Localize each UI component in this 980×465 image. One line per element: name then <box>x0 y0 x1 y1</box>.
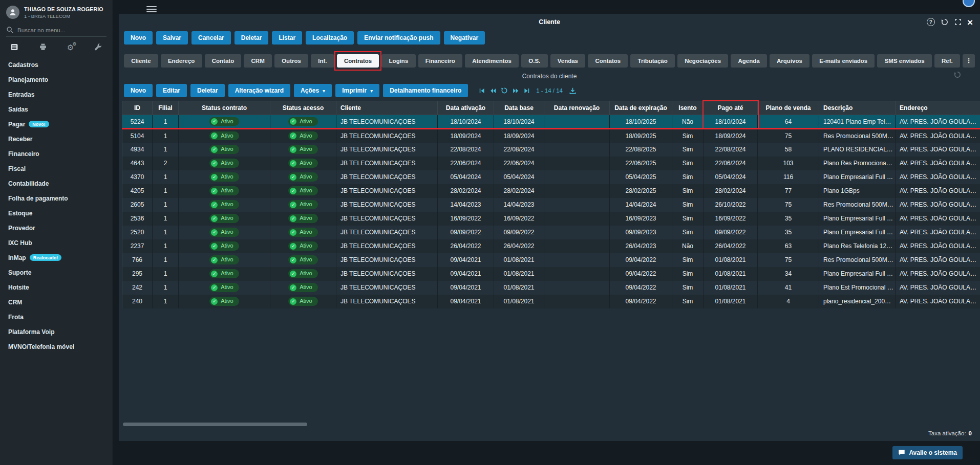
sidebar-item-receber[interactable]: Receber <box>0 131 113 146</box>
table-row[interactable]: 42051✓Ativo✓AtivoJB TELECOMUNICAÇOES28/0… <box>122 184 980 198</box>
toolbar-button-novo[interactable]: Novo <box>124 31 153 45</box>
sidebar-item-contabilidade[interactable]: Contabilidade <box>0 176 113 191</box>
sidebar-item-cadastros[interactable]: Cadastros <box>0 57 113 72</box>
sidebar-item-pagar[interactable]: PagarNovo! <box>0 117 113 131</box>
sidebar-item-estoque[interactable]: Estoque <box>0 206 113 220</box>
tab-logins[interactable]: Logins <box>381 54 415 68</box>
refresh-icon[interactable] <box>501 87 508 94</box>
toolbar-button-negativar[interactable]: Negativar <box>444 31 485 45</box>
table-row[interactable]: 51041✓Ativo✓AtivoJB TELECOMUNICAÇOES18/0… <box>122 129 980 143</box>
tab-arquivos[interactable]: Arquivos <box>770 54 809 68</box>
table-row[interactable]: 52241✓Ativo✓AtivoJB TELECOMUNICAÇOES18/1… <box>122 115 980 129</box>
sidebar-item-planejamento[interactable]: Planejamento <box>0 72 113 87</box>
printer-icon[interactable] <box>39 43 47 51</box>
column-header-id[interactable]: ID <box>122 101 153 115</box>
tab-agenda[interactable]: Agenda <box>731 54 767 68</box>
pagination-prev-button[interactable] <box>489 87 497 94</box>
table-row[interactable]: 49341✓Ativo✓AtivoJB TELECOMUNICAÇOES22/0… <box>122 143 980 157</box>
user-menu[interactable]: THIAGO DE SOUZA ROGERIO 1 - BRISA TELECO… <box>0 0 113 23</box>
download-icon[interactable] <box>569 87 577 95</box>
sidebar-item-entradas[interactable]: Entradas <box>0 87 113 102</box>
sidebar-item-hotsite[interactable]: Hotsite <box>0 280 113 295</box>
tab-endereco[interactable]: Endereço <box>161 54 202 68</box>
pagination-first-button[interactable] <box>479 87 485 94</box>
column-header-filial[interactable]: Filial <box>153 101 179 115</box>
toolbar-button-enviar-notificacao-push[interactable]: Enviar notificação push <box>357 31 440 45</box>
pagination-last-button[interactable] <box>523 87 530 94</box>
tab-tributacao[interactable]: Tributação <box>630 54 675 68</box>
toolbar-button-localizacao[interactable]: Localização <box>306 31 354 45</box>
close-icon[interactable]: × <box>967 17 973 27</box>
table-row[interactable]: 2421✓Ativo✓AtivoJB TELECOMUNICAÇOES09/04… <box>122 281 980 295</box>
sidebar-item-suporte[interactable]: Suporte <box>0 265 113 280</box>
more-tabs-button[interactable]: ⋮ <box>963 54 975 68</box>
column-header-data-renovacao[interactable]: Data renovação <box>544 101 610 115</box>
column-header-data-ativacao[interactable]: Data ativação <box>438 101 494 115</box>
tab-sms-enviados[interactable]: SMS enviados <box>877 54 931 68</box>
table-row[interactable]: 43701✓Ativo✓AtivoJB TELECOMUNICAÇOES05/0… <box>122 170 980 184</box>
grid-history-icon[interactable] <box>953 71 962 79</box>
sidebar-item-crm[interactable]: CRM <box>0 295 113 309</box>
column-header-status-acesso[interactable]: Status acesso <box>270 101 336 115</box>
tab-outros[interactable]: Outros <box>274 54 308 68</box>
table-row[interactable]: 46432✓Ativo✓AtivoJB TELECOMUNICAÇOES22/0… <box>122 157 980 170</box>
sidebar-item-inmap[interactable]: InMapRealocado! <box>0 250 113 265</box>
sidebar-item-plataforma-voip[interactable]: Plataforma Voip <box>0 324 113 339</box>
grid-button-alteracao-wizard[interactable]: Alteração wizard <box>228 84 290 97</box>
column-header-isento[interactable]: Isento <box>672 101 704 115</box>
toolbar-button-cancelar[interactable]: Cancelar <box>191 31 231 45</box>
settings-gears-icon[interactable]: ⚙⚙ <box>67 43 74 51</box>
sidebar-item-saidas[interactable]: Saídas <box>0 102 113 117</box>
column-header-data-de-expiracao[interactable]: Data de expiração <box>610 101 672 115</box>
modules-list-icon[interactable] <box>10 43 18 51</box>
menu-search-input[interactable] <box>17 27 94 33</box>
column-header-endereco[interactable]: Endereço <box>896 101 980 115</box>
sidebar-item-folha-de-pagamento[interactable]: Folha de pagamento <box>0 191 113 206</box>
grid-button-deletar[interactable]: Deletar <box>190 84 225 97</box>
table-row[interactable]: 22371✓Ativo✓AtivoJB TELECOMUNICAÇOES26/0… <box>122 239 980 253</box>
sidebar-item-frota[interactable]: Frota <box>0 309 113 324</box>
sidebar-item-mvno-telefonia-movel[interactable]: MVNO/Telefonia móvel <box>0 339 113 354</box>
tab-contato[interactable]: Contato <box>205 54 242 68</box>
column-header-status-contrato[interactable]: Status contrato <box>179 101 270 115</box>
table-row[interactable]: 2401✓Ativo✓AtivoJB TELECOMUNICAÇOES09/04… <box>122 295 980 308</box>
horizontal-scrollbar-thumb[interactable] <box>123 423 307 426</box>
tab-negociacoes[interactable]: Negociações <box>677 54 728 68</box>
tab-contratos[interactable]: Contratos <box>337 54 379 68</box>
column-header-data-base[interactable]: Data base <box>494 101 544 115</box>
column-header-cliente[interactable]: Cliente <box>336 101 438 115</box>
tab-vendas[interactable]: Vendas <box>550 54 586 68</box>
column-header-pago-ate[interactable]: Pago até <box>704 101 758 115</box>
sidebar-item-ixc-hub[interactable]: IXC Hub <box>0 235 113 250</box>
tab-e-mails-enviados[interactable]: E-mails enviados <box>812 54 875 68</box>
column-header-plano-de-venda[interactable]: Plano de venda <box>758 101 819 115</box>
table-row[interactable]: 25361✓Ativo✓AtivoJB TELECOMUNICAÇOES16/0… <box>122 212 980 226</box>
tab-contatos[interactable]: Contatos <box>588 54 628 68</box>
table-row[interactable]: 7661✓Ativo✓AtivoJB TELECOMUNICAÇOES09/04… <box>122 253 980 267</box>
sidebar-item-fiscal[interactable]: Fiscal <box>0 161 113 176</box>
tab-atendimentos[interactable]: Atendimentos <box>465 54 519 68</box>
fullscreen-icon[interactable] <box>954 18 962 26</box>
toolbar-button-listar[interactable]: Listar <box>272 31 302 45</box>
history-icon[interactable] <box>941 18 949 26</box>
toolbar-button-salvar[interactable]: Salvar <box>156 31 188 45</box>
grid-button-editar[interactable]: Editar <box>156 84 187 97</box>
wrench-icon[interactable] <box>94 43 102 51</box>
pagination-next-button[interactable] <box>512 87 519 94</box>
grid-button-acoes[interactable]: Ações▾ <box>294 84 332 97</box>
tab-crm[interactable]: CRM <box>244 54 272 68</box>
tab-financeiro[interactable]: Financeiro <box>418 54 463 68</box>
notification-avatar[interactable] <box>963 0 975 7</box>
grid-button-imprimir[interactable]: Imprimir▾ <box>335 84 379 97</box>
sidebar-item-provedor[interactable]: Provedor <box>0 220 113 235</box>
table-row[interactable]: 25201✓Ativo✓AtivoJB TELECOMUNICAÇOES09/0… <box>122 226 980 239</box>
table-row[interactable]: 26051✓Ativo✓AtivoJB TELECOMUNICAÇOES14/0… <box>122 198 980 212</box>
table-row[interactable]: 2951✓Ativo✓AtivoJB TELECOMUNICAÇOES09/04… <box>122 267 980 281</box>
help-icon[interactable]: ? <box>927 18 935 26</box>
tab-o-s[interactable]: O.S. <box>521 54 547 68</box>
feedback-button[interactable]: Avalie o sistema <box>892 446 963 459</box>
hamburger-menu-icon[interactable] <box>146 5 157 14</box>
grid-button-novo[interactable]: Novo <box>124 84 153 97</box>
tab-inf[interactable]: Inf. <box>311 54 334 68</box>
tab-cliente[interactable]: Cliente <box>124 54 158 68</box>
